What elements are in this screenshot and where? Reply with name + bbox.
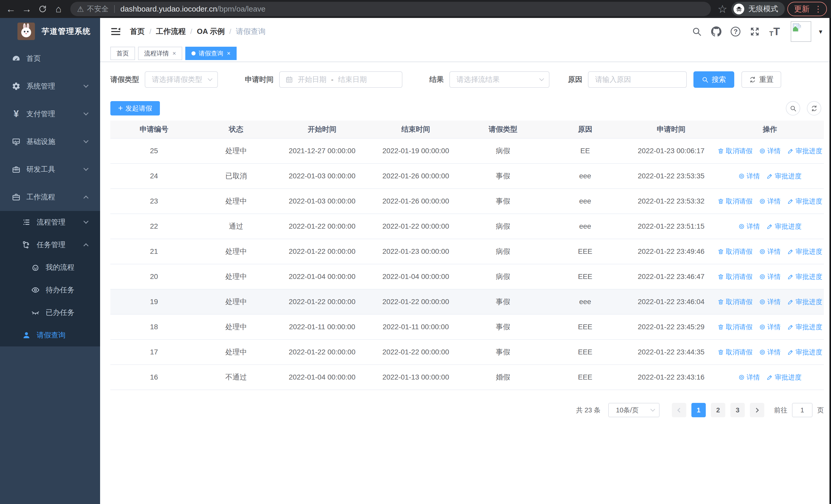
hamburger-icon[interactable] — [110, 26, 121, 37]
sidebar-item-dev-tools[interactable]: 研发工具 — [0, 155, 100, 183]
table-row[interactable]: 23处理中2022-01-03 00:00:002022-01-26 00:00… — [110, 189, 824, 214]
reload-icon[interactable] — [36, 2, 49, 16]
action-progress[interactable]: 审批进度 — [787, 323, 822, 331]
bookmark-star-icon[interactable]: ☆ — [716, 3, 729, 16]
sidebar-item-system[interactable]: 系统管理 — [0, 72, 100, 100]
sidebar-item-my-process[interactable]: 我的流程 — [0, 256, 100, 279]
table-row[interactable]: 21处理中2022-01-22 00:00:002022-01-23 00:00… — [110, 239, 824, 264]
table-row[interactable]: 25处理中2021-12-27 00:00:002022-01-19 00:00… — [110, 139, 824, 164]
action-detail[interactable]: 详情 — [738, 172, 760, 181]
search-button[interactable]: 搜索 — [693, 71, 734, 88]
sidebar-item-todo-tasks[interactable]: 待办任务 — [0, 279, 100, 301]
github-icon[interactable] — [711, 26, 721, 37]
chevron-down-icon — [83, 166, 89, 171]
page-button-3[interactable]: 3 — [730, 403, 745, 417]
avatar[interactable] — [791, 21, 811, 42]
breadcrumb-item[interactable]: OA 示例 — [197, 26, 225, 37]
home-icon[interactable]: ⌂ — [52, 2, 65, 16]
close-icon[interactable]: × — [172, 50, 176, 57]
action-detail[interactable]: 详情 — [738, 373, 760, 382]
action-detail[interactable]: 详情 — [738, 222, 760, 231]
avatar-caret-down-icon[interactable]: ▾ — [819, 28, 822, 36]
fontsize-icon[interactable]: TT — [769, 26, 780, 37]
sidebar-item-workflow[interactable]: 工作流程 — [0, 183, 100, 211]
page-button-2[interactable]: 2 — [711, 403, 725, 417]
tab-leave-query[interactable]: 请假查询 × — [185, 47, 237, 60]
sidebar-item-leave-query[interactable]: 请假查询 — [0, 324, 100, 347]
tab-process-detail[interactable]: 流程详情 × — [138, 47, 182, 60]
apply-time-range-picker[interactable]: 开始日期 - 结束日期 — [279, 71, 402, 88]
action-detail[interactable]: 详情 — [759, 348, 781, 357]
sidebar-item-process-mgmt[interactable]: 流程管理 — [0, 211, 100, 234]
page-button-1[interactable]: 1 — [691, 403, 706, 417]
action-detail[interactable]: 详情 — [759, 297, 781, 306]
logo[interactable]: 芋道管理系统 — [0, 18, 100, 45]
table-row[interactable]: 19处理中2022-01-22 00:00:002022-01-22 00:00… — [110, 290, 824, 315]
action-detail[interactable]: 详情 — [759, 197, 781, 206]
sidebar-item-home[interactable]: 首页 — [0, 45, 100, 72]
table-row[interactable]: 17处理中2022-01-22 00:00:002022-01-22 00:00… — [110, 340, 824, 365]
action-progress[interactable]: 审批进度 — [767, 373, 801, 382]
edit-icon — [787, 248, 794, 255]
table-row[interactable]: 24已取消2022-01-03 00:00:002022-01-26 00:00… — [110, 164, 824, 189]
edit-icon — [787, 299, 794, 305]
chevron-down-icon — [83, 110, 89, 116]
question-icon[interactable]: ? — [730, 27, 740, 36]
sidebar-item-infrastructure[interactable]: 基础设施 — [0, 128, 100, 155]
action-cancel[interactable]: 取消请假 — [718, 147, 752, 155]
cell-reason: EEE — [544, 247, 626, 256]
sidebar-item-payment[interactable]: ¥ 支付管理 — [0, 100, 100, 128]
cell-apply_time: 2022-01-22 23:53:35 — [626, 172, 716, 180]
action-cancel[interactable]: 取消请假 — [718, 247, 752, 256]
action-progress[interactable]: 审批进度 — [787, 297, 822, 306]
action-cancel[interactable]: 取消请假 — [718, 297, 752, 306]
leave-type-select[interactable]: 请选择请假类型 — [145, 71, 218, 88]
prev-page-button[interactable] — [672, 403, 686, 417]
back-icon[interactable]: ← — [4, 2, 18, 16]
action-progress[interactable]: 审批进度 — [787, 272, 822, 281]
cell-actions: 详情审批进度 — [716, 172, 824, 181]
action-progress[interactable]: 审批进度 — [767, 172, 801, 181]
url-bar[interactable]: ⚠ 不安全 dashboard.yudao.iocoder.cn/bpm/oa/… — [70, 2, 711, 16]
sidebar-item-done-tasks[interactable]: 已办任务 — [0, 301, 100, 324]
action-detail[interactable]: 详情 — [759, 247, 781, 256]
action-detail[interactable]: 详情 — [759, 272, 781, 281]
action-cancel[interactable]: 取消请假 — [718, 272, 752, 281]
page-size-select[interactable]: 10条/页 — [608, 403, 660, 417]
view-icon — [759, 299, 766, 305]
breadcrumb-item[interactable]: 工作流程 — [156, 26, 186, 37]
action-detail[interactable]: 详情 — [759, 147, 781, 155]
action-progress[interactable]: 审批进度 — [787, 247, 822, 256]
table-row[interactable]: 20处理中2022-01-04 00:00:002022-01-04 00:00… — [110, 264, 824, 290]
sidebar-item-task-mgmt[interactable]: 任务管理 — [0, 234, 100, 256]
action-detail[interactable]: 详情 — [759, 323, 781, 331]
forward-icon[interactable]: → — [20, 2, 33, 16]
browser-menu-button[interactable]: 更新 ⋮ — [787, 2, 827, 16]
table-row[interactable]: 16不通过2022-01-04 00:00:002022-01-13 00:00… — [110, 365, 824, 390]
refresh-table-button[interactable] — [807, 101, 821, 116]
search-icon[interactable] — [692, 26, 702, 37]
action-progress[interactable]: 审批进度 — [767, 222, 801, 231]
fullscreen-icon[interactable] — [750, 26, 760, 37]
cell-type: 事假 — [462, 347, 544, 357]
toggle-search-button[interactable] — [786, 101, 800, 116]
tab-home[interactable]: 首页 — [110, 47, 135, 60]
action-progress[interactable]: 审批进度 — [787, 197, 822, 206]
action-progress[interactable]: 审批进度 — [787, 147, 822, 155]
eye-icon — [31, 285, 40, 295]
create-leave-button[interactable]: + 发起请假 — [110, 101, 160, 116]
result-select[interactable]: 请选择流结果 — [449, 71, 549, 88]
breadcrumb-item[interactable]: 首页 — [130, 26, 145, 37]
view-icon — [759, 248, 766, 255]
action-cancel[interactable]: 取消请假 — [718, 323, 752, 331]
action-progress[interactable]: 审批进度 — [787, 348, 822, 357]
action-cancel[interactable]: 取消请假 — [718, 197, 752, 206]
table-row[interactable]: 22通过2022-01-22 00:00:002022-01-22 00:00:… — [110, 214, 824, 239]
next-page-button[interactable] — [750, 403, 764, 417]
action-cancel[interactable]: 取消请假 — [718, 348, 752, 357]
goto-page-input[interactable]: 1 — [792, 403, 812, 417]
close-icon[interactable]: × — [227, 50, 230, 57]
reset-button[interactable]: 重置 — [741, 71, 781, 88]
reason-input[interactable]: 请输入原因 — [588, 71, 687, 88]
table-row[interactable]: 18处理中2022-01-11 00:00:002022-01-11 00:00… — [110, 315, 824, 340]
